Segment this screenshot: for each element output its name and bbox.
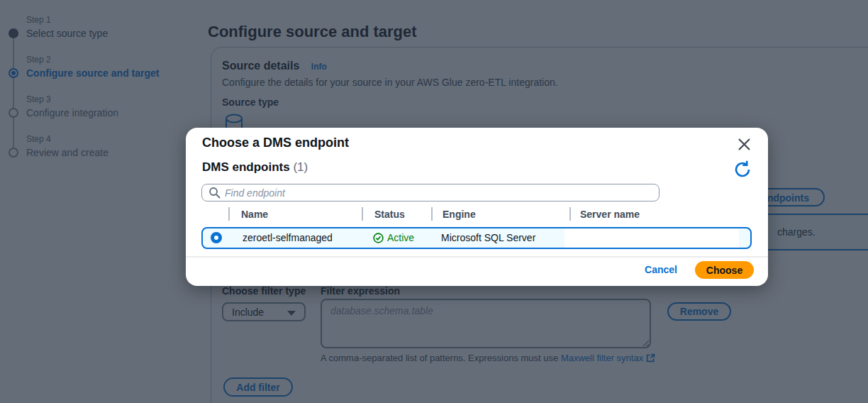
- footer-divider: [186, 256, 768, 258]
- endpoint-count: (1): [293, 160, 308, 174]
- endpoint-status-cell: Active: [387, 228, 414, 248]
- search-input[interactable]: [201, 184, 660, 202]
- close-icon[interactable]: [735, 136, 752, 153]
- column-divider[interactable]: [228, 207, 230, 221]
- list-title-text: DMS endpoints: [202, 160, 290, 174]
- column-divider[interactable]: [362, 207, 363, 221]
- screen: Step 1 Select source type Step 2 Configu…: [0, 0, 868, 403]
- endpoint-list-title: DMS endpoints (1): [202, 160, 308, 175]
- search-icon: [208, 187, 221, 199]
- cancel-button[interactable]: Cancel: [640, 260, 682, 278]
- refresh-icon[interactable]: [733, 160, 752, 180]
- status-active-icon: [373, 233, 384, 243]
- choose-dms-endpoint-modal: Choose a DMS endpoint DMS endpoints (1): [186, 128, 768, 286]
- server-name-redacted: [564, 228, 739, 248]
- endpoint-search: [201, 184, 660, 202]
- endpoint-name-cell: zeroetl-selfmanaged: [243, 228, 333, 248]
- column-header-engine: Engine: [443, 207, 476, 221]
- table-row[interactable]: zeroetl-selfmanaged Active Microsoft SQL…: [201, 227, 752, 249]
- column-header-status: Status: [374, 207, 405, 221]
- column-header-name: Name: [241, 207, 268, 221]
- endpoint-engine-cell: Microsoft SQL Server: [441, 228, 535, 248]
- column-divider[interactable]: [569, 207, 571, 221]
- modal-title: Choose a DMS endpoint: [202, 136, 349, 150]
- radio-selected-icon[interactable]: [211, 232, 222, 243]
- choose-button[interactable]: Choose: [695, 261, 754, 279]
- column-header-server-name: Server name: [580, 207, 640, 221]
- column-divider[interactable]: [431, 207, 433, 221]
